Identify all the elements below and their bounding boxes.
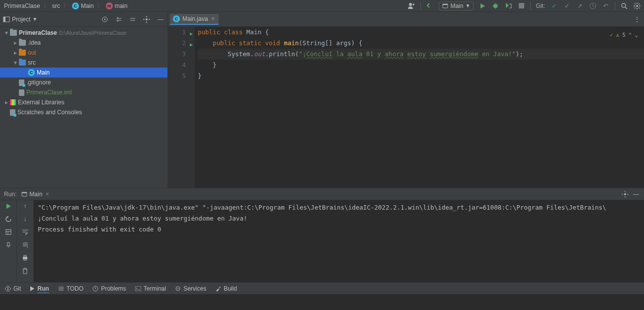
run-gutter-icon[interactable]: ▶ [190, 39, 193, 50]
breadcrumb-class[interactable]: C Main [71, 2, 95, 9]
run-config-label: Main [450, 2, 463, 9]
tree-item-src[interactable]: ▾ src [0, 58, 167, 68]
run-gutter-icon[interactable]: ▶ [190, 28, 193, 39]
run-panel-header: Run: Main × — [0, 188, 644, 200]
toolwindow-terminal[interactable]: Terminal [135, 285, 166, 292]
tree-item-iml[interactable]: PrimeraClase.iml [0, 87, 167, 97]
run-button[interactable] [479, 2, 486, 10]
tree-label: External Libraries [18, 99, 64, 106]
editor-tabs: C Main.java × ⋮ [168, 12, 644, 27]
debug-button[interactable] [491, 2, 499, 10]
toolwindow-git[interactable]: Git [5, 285, 21, 292]
toolwindow-problems[interactable]: Problems [92, 285, 126, 292]
close-icon[interactable]: × [210, 15, 216, 22]
inspection-widget[interactable]: ✓ ⚠ 5 ⌃ ⌄ [610, 30, 638, 41]
rerun-button[interactable] [4, 202, 12, 210]
stop-button[interactable] [517, 2, 525, 10]
tree-root[interactable]: ▾ PrimeraClase D:\Alura\Java\PrimeraClas… [0, 28, 167, 38]
run-coverage-button[interactable] [504, 2, 512, 10]
toolwindow-run[interactable]: Run [30, 285, 49, 292]
navigation-bar: PrimeraClase 〉 src 〉 C Main 〉 m main Mai… [0, 0, 644, 12]
run-label: Run: [4, 191, 16, 198]
sync-icon[interactable] [426, 2, 434, 10]
search-icon[interactable] [620, 2, 628, 10]
editor-tab-main[interactable]: C Main.java × [170, 14, 219, 25]
toolwindow-services[interactable]: Services [175, 285, 206, 292]
print-icon[interactable] [21, 254, 29, 262]
git-history-icon[interactable] [589, 2, 597, 10]
scratch-icon [10, 109, 15, 116]
hide-icon[interactable]: — [157, 15, 164, 23]
toolwindow-build[interactable]: Build [215, 285, 237, 292]
tree-item-idea[interactable]: ▸ .idea [0, 38, 167, 48]
svg-point-6 [622, 3, 626, 7]
layout-icon[interactable] [4, 228, 12, 236]
tree-root-label: PrimeraClase [19, 29, 57, 36]
chevron-down-icon: ▼ [32, 16, 37, 22]
git-rollback-icon[interactable]: ↶ [602, 2, 610, 10]
tree-label: .idea [28, 39, 41, 46]
settings-icon[interactable] [143, 15, 151, 23]
select-opened-file-icon[interactable] [101, 15, 109, 23]
svg-rect-16 [6, 230, 11, 234]
project-toolbar: — [101, 15, 164, 23]
editor-area: C Main.java × ⋮ 1▶ 2▶ 3 4 5 public class… [168, 12, 644, 188]
chevron-up-icon[interactable]: ⌃ [629, 30, 632, 41]
add-user-icon[interactable] [407, 2, 415, 10]
application-icon [21, 191, 27, 197]
chevron-down-icon[interactable]: ⌄ [635, 30, 638, 41]
up-icon[interactable]: ↑ [21, 202, 29, 210]
breadcrumb-src[interactable]: src [51, 2, 61, 9]
svg-rect-9 [3, 17, 5, 22]
run-tab-main[interactable]: Main × [19, 190, 51, 199]
chevron-right-icon: 〉 [96, 1, 104, 10]
folder-icon [19, 40, 26, 46]
class-icon: C [28, 69, 35, 76]
run-config-selector[interactable]: Main ▼ [439, 1, 474, 10]
settings-icon[interactable] [633, 2, 641, 10]
delete-icon[interactable] [21, 267, 29, 275]
tree-item-out[interactable]: ▸ out [0, 48, 167, 58]
class-icon: C [173, 15, 180, 22]
svg-rect-14 [22, 192, 27, 193]
hide-icon[interactable]: — [632, 190, 640, 198]
tree-label: src [28, 59, 36, 66]
tree-item-external-libs[interactable]: ▸ External Libraries [0, 97, 167, 107]
settings-icon[interactable] [621, 190, 629, 198]
wrap-icon[interactable] [21, 228, 29, 236]
more-tabs-icon[interactable]: ⋮ [634, 16, 640, 23]
console-output[interactable]: "C:\Program Files\Java\jdk-17\bin\java.e… [34, 200, 644, 282]
tab-label: Main.java [182, 15, 208, 22]
code-area[interactable]: public class Main { public static void m… [195, 27, 644, 188]
svg-point-11 [104, 18, 106, 20]
tree-item-gitignore[interactable]: .gitignore [0, 78, 167, 87]
down-icon[interactable]: ↓ [21, 215, 29, 223]
stop-button[interactable] [4, 215, 12, 223]
tree-item-scratches[interactable]: Scratches and Consoles [0, 107, 167, 117]
svg-point-7 [636, 5, 638, 7]
git-update-icon[interactable]: ✓ [550, 2, 558, 10]
project-tree[interactable]: ▾ PrimeraClase D:\Alura\Java\PrimeraClas… [0, 27, 167, 188]
breadcrumb-method-label: main [115, 2, 128, 9]
project-tool-window: Project ▼ — ▾ PrimeraClase D:\Alura\Java… [0, 12, 168, 188]
tree-root-path: D:\Alura\Java\PrimeraClase [59, 30, 127, 36]
git-push-icon[interactable]: ↗ [576, 2, 584, 10]
toolwindow-todo[interactable]: TODO [58, 285, 83, 292]
tree-label: .gitignore [26, 79, 51, 86]
chevron-right-icon: 〉 [42, 1, 50, 10]
editor[interactable]: 1▶ 2▶ 3 4 5 public class Main { public s… [168, 27, 644, 188]
editor-gutter[interactable]: 1▶ 2▶ 3 4 5 [168, 27, 195, 188]
git-commit-icon[interactable]: ✓ [563, 2, 571, 10]
breadcrumb-project[interactable]: PrimeraClase [3, 2, 41, 9]
git-label: Git: [536, 2, 545, 9]
console-line: ¡Concluí la aula 01 y ahora estoy sumerg… [38, 213, 640, 224]
class-icon: C [72, 2, 79, 9]
close-icon[interactable]: × [45, 191, 49, 198]
tree-item-main[interactable]: C Main [0, 68, 167, 78]
project-view-selector[interactable]: Project ▼ [3, 16, 101, 23]
collapse-all-icon[interactable] [129, 15, 137, 23]
pin-icon[interactable] [4, 241, 12, 249]
breadcrumb-method[interactable]: m main [105, 2, 129, 9]
scroll-to-end-icon[interactable] [21, 241, 29, 249]
expand-all-icon[interactable] [115, 15, 123, 23]
